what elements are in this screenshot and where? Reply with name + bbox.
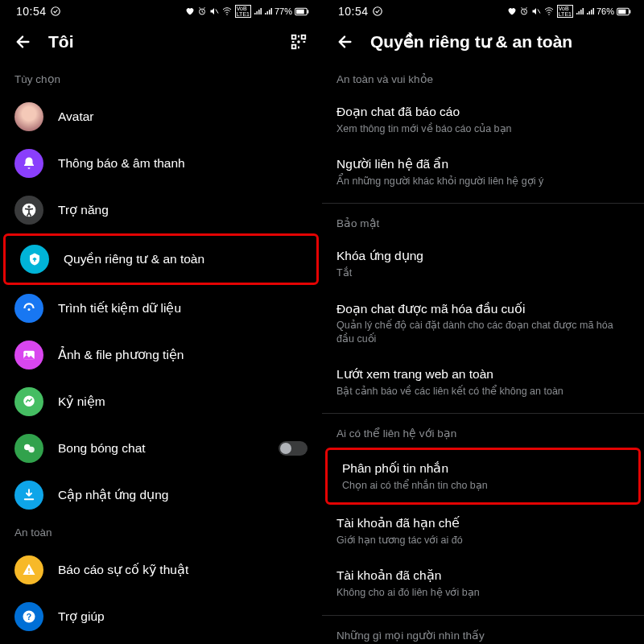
svg-point-3	[226, 14, 228, 15]
item-blocked[interactable]: Tài khoản đã chặn Không cho ai đó liên h…	[322, 557, 644, 609]
section-security: Bảo mật	[322, 208, 644, 237]
item-legal[interactable]: Pháp lý & chính sách	[0, 640, 322, 644]
item-privacy[interactable]: Quyền riêng tư & an toàn	[6, 236, 316, 283]
section-label: Tùy chọn	[0, 64, 322, 93]
heart-icon	[507, 6, 517, 16]
section-contact: Ai có thể liên hệ với bạn	[322, 419, 644, 448]
page-title: Tôi	[48, 32, 274, 52]
item-subtitle: Xem thông tin mới về báo cáo của bạn	[336, 122, 630, 135]
item-label: Avatar	[58, 109, 308, 124]
divider	[322, 203, 644, 204]
item-safe-browsing[interactable]: Lướt xem trang web an toàn Bật cảnh báo …	[322, 356, 644, 408]
svg-point-20	[28, 572, 30, 574]
signal-icon	[576, 7, 584, 15]
heart-icon	[185, 6, 195, 16]
header: Quyền riêng tư & an toàn	[322, 21, 644, 64]
item-title: Đoạn chat được mã hóa đầu cuối	[336, 301, 630, 318]
image-icon	[14, 341, 43, 369]
item-subtitle: Chọn ai có thể nhắn tin cho bạn	[342, 479, 624, 492]
item-title: Tài khoản đã chặn	[336, 568, 630, 584]
item-help[interactable]: ? Trợ giúp	[0, 593, 322, 640]
svg-text:?: ?	[27, 612, 31, 621]
messenger-icon	[14, 387, 43, 416]
item-restricted[interactable]: Tài khoản đã hạn chế Giới hạn tương tác …	[322, 505, 644, 557]
item-avatar[interactable]: Avatar	[0, 93, 322, 140]
item-accessibility[interactable]: Trợ năng	[0, 187, 322, 233]
alarm-icon	[197, 6, 207, 16]
status-icons: VoBLTE1 77%	[185, 5, 309, 18]
signal-icon	[264, 7, 272, 15]
highlight-delivery: Phân phối tin nhắn Chọn ai có thể nhắn t…	[325, 448, 641, 505]
divider	[322, 413, 644, 414]
item-update[interactable]: Cập nhật ứng dụng	[0, 472, 322, 518]
status-icons: VoBLTE1 76%	[507, 5, 631, 18]
item-title: Lướt xem trang web an toàn	[336, 366, 630, 383]
item-app-lock[interactable]: Khóa ứng dụng Tắt	[322, 237, 644, 290]
svg-rect-19	[28, 568, 30, 572]
item-label: Báo cáo sự cố kỹ thuật	[58, 563, 308, 577]
toggle-off[interactable]	[279, 441, 308, 456]
svg-point-23	[373, 7, 382, 16]
item-message-delivery[interactable]: Phân phối tin nhắn Chọn ai có thể nhắn t…	[328, 450, 638, 502]
svg-point-26	[548, 14, 550, 15]
item-label: Quyền riêng tư & an toàn	[64, 252, 302, 266]
status-time: 10:54	[338, 5, 383, 18]
svg-rect-9	[292, 45, 296, 49]
section-safety: An toàn và vui khỏe	[322, 64, 644, 93]
back-icon[interactable]	[14, 33, 32, 51]
download-icon	[14, 481, 43, 510]
item-label: Trợ giúp	[58, 609, 308, 624]
section-label: An toàn	[0, 518, 322, 547]
gauge-icon	[14, 294, 43, 323]
sync-icon	[372, 6, 383, 17]
item-label: Trình tiết kiệm dữ liệu	[58, 301, 308, 316]
svg-point-15	[26, 353, 27, 354]
back-icon[interactable]	[336, 33, 354, 51]
item-media[interactable]: Ảnh & file phương tiện	[0, 332, 322, 378]
lte-icon: VoBLTE1	[235, 5, 251, 18]
item-hidden-contacts[interactable]: Người liên hệ đã ẩn Ẩn những người khác …	[322, 146, 644, 198]
svg-point-18	[28, 447, 35, 453]
svg-rect-6	[308, 10, 308, 13]
svg-rect-5	[296, 9, 304, 14]
item-label: Thông báo & âm thanh	[58, 156, 308, 171]
mute-icon	[531, 6, 541, 16]
item-label: Ảnh & file phương tiện	[58, 348, 308, 362]
svg-point-13	[28, 308, 31, 311]
qr-icon[interactable]	[290, 33, 308, 51]
svg-rect-29	[630, 10, 630, 13]
highlight-privacy: Quyền riêng tư & an toàn	[3, 233, 319, 285]
item-e2e[interactable]: Đoạn chat được mã hóa đầu cuối Quản lý c…	[322, 291, 644, 356]
section-see: Những gì mọi người nhìn thấy	[322, 621, 644, 644]
header: Tôi	[0, 21, 322, 64]
svg-rect-8	[302, 35, 306, 39]
accessibility-icon	[14, 196, 43, 225]
lte-icon: VoBLTE1	[557, 5, 573, 18]
item-title: Đoạn chat đã báo cáo	[336, 104, 630, 121]
svg-line-25	[538, 10, 540, 14]
item-chat-bubble[interactable]: Bong bóng chat	[0, 425, 322, 472]
item-memories[interactable]: Kỷ niệm	[0, 378, 322, 425]
item-report[interactable]: Báo cáo sự cố kỹ thuật	[0, 547, 322, 593]
item-title: Tài khoản đã hạn chế	[336, 515, 630, 532]
wifi-icon	[543, 6, 555, 16]
item-subtitle: Giới hạn tương tác với ai đó	[336, 534, 630, 547]
svg-point-12	[27, 205, 30, 208]
item-subtitle: Ẩn những người khác khỏi người liên hệ g…	[336, 175, 630, 188]
item-data-saver[interactable]: Trình tiết kiệm dữ liệu	[0, 285, 322, 332]
item-reported-chats[interactable]: Đoạn chat đã báo cáo Xem thông tin mới v…	[322, 93, 644, 146]
battery-icon	[617, 7, 631, 16]
status-bar: 10:54 VoBLTE1 76%	[322, 0, 644, 21]
bell-icon	[14, 149, 43, 178]
mute-icon	[209, 6, 219, 16]
svg-rect-28	[618, 9, 625, 14]
signal-icon	[586, 7, 594, 15]
svg-line-2	[216, 10, 218, 14]
item-subtitle: Quản lý chế độ cài đặt dành cho các đoạn…	[336, 319, 630, 345]
item-label: Bong bóng chat	[58, 441, 264, 456]
divider	[322, 615, 644, 616]
battery-text: 76%	[597, 6, 614, 16]
signal-icon	[254, 7, 262, 15]
item-notifications[interactable]: Thông báo & âm thanh	[0, 140, 322, 187]
page-title: Quyền riêng tư & an toàn	[370, 32, 630, 52]
